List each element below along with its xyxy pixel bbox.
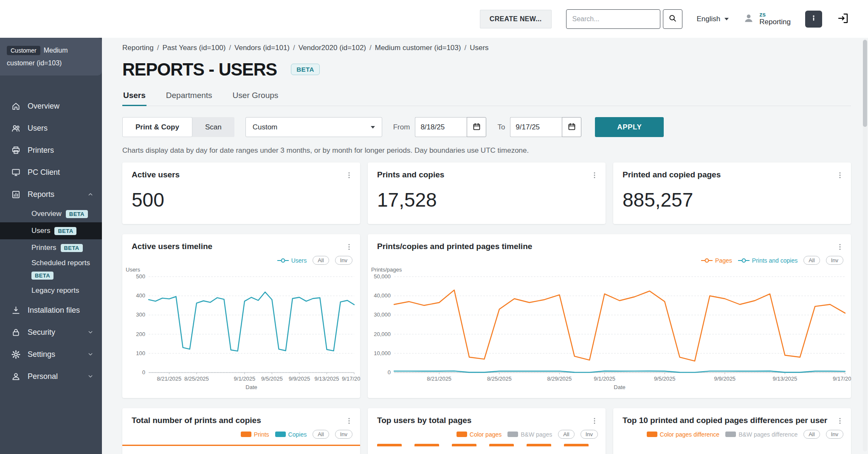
sidebar-item-users[interactable]: Users <box>0 117 102 139</box>
card-menu-button[interactable] <box>344 242 354 253</box>
sidebar-item-security[interactable]: Security <box>0 321 102 343</box>
top-users-card: Top users by total pages Color pages B&W… <box>368 408 606 454</box>
legend-bw-pages[interactable]: B&W pages <box>507 431 552 438</box>
stat-card-printed-pages: Printed and copied pages 885,257 <box>613 163 851 224</box>
legend-copies[interactable]: Copies <box>275 431 307 438</box>
search-icon <box>668 14 677 24</box>
breadcrumb-link[interactable]: Past Years (id=100) <box>162 44 225 52</box>
sidebar-subitem-legacy-reports[interactable]: Legacy reports <box>0 282 102 299</box>
card-menu-button[interactable] <box>835 170 845 182</box>
filter-pill-inv[interactable]: Inv <box>826 256 843 265</box>
card-menu-button[interactable] <box>344 170 354 182</box>
date-range-select[interactable]: Custom <box>245 117 382 137</box>
legend-pages[interactable]: Pages <box>701 257 732 264</box>
sidebar-item-pc-client[interactable]: PC Client <box>0 161 102 183</box>
scrollbar[interactable] <box>863 39 867 451</box>
legend-users[interactable]: Users <box>277 257 307 264</box>
chevron-up-icon <box>87 191 94 198</box>
breadcrumb-link[interactable]: Reporting <box>122 44 154 52</box>
filter-pill-inv[interactable]: Inv <box>335 256 352 265</box>
filter-pill-all[interactable]: All <box>803 430 820 439</box>
sidebar-item-settings[interactable]: Settings <box>0 343 102 365</box>
svg-text:0: 0 <box>388 369 391 376</box>
sidebar-item-personal[interactable]: Personal <box>0 365 102 387</box>
card-title: Active users timeline <box>132 242 212 251</box>
apply-button[interactable]: APPLY <box>595 117 664 137</box>
tab-user-groups[interactable]: User Groups <box>232 91 279 106</box>
top-header: CREATE NEW... English zs <box>0 0 868 38</box>
filter-pill-inv[interactable]: Inv <box>826 430 843 439</box>
sidebar-item-printers[interactable]: Printers <box>0 139 102 161</box>
from-date-input[interactable] <box>415 117 467 137</box>
legend-color-pages-difference[interactable]: Color pages difference <box>647 431 720 438</box>
total-prints-copies-card: Total number of prints and copies Prints… <box>122 408 360 454</box>
card-menu-button[interactable] <box>835 242 845 253</box>
legend-label: Pages <box>715 257 732 264</box>
account-menu[interactable]: zs Reporting <box>743 11 791 27</box>
sidebar-subitem-users[interactable]: Users BETA <box>0 222 102 239</box>
legend-bw-pages-difference[interactable]: B&W pages difference <box>725 431 798 438</box>
sidebar-item-reports[interactable]: Reports <box>0 183 102 205</box>
breadcrumb-link[interactable]: Medium customer (id=103) <box>375 44 461 52</box>
scrollbar-thumb[interactable] <box>863 40 867 127</box>
sidebar-item-overview[interactable]: Overview <box>0 95 102 117</box>
sidebar-subitem-printers[interactable]: Printers BETA <box>0 239 102 256</box>
sidebar-subitem-overview[interactable]: Overview BETA <box>0 205 102 222</box>
svg-text:9/17/2025: 9/17/2025 <box>342 376 360 382</box>
legend-prints-and-copies[interactable]: Prints and copies <box>738 257 798 264</box>
stat-value: 17,528 <box>368 182 606 211</box>
to-calendar-button[interactable] <box>562 117 581 137</box>
to-date-input[interactable] <box>510 117 562 137</box>
lock-icon <box>11 328 21 337</box>
sidebar-item-label: Overview <box>28 102 59 111</box>
beta-badge: BETA <box>61 244 83 252</box>
filter-toolbar: Print & Copy Scan Custom From <box>122 117 851 137</box>
filter-pill-all[interactable]: All <box>313 256 329 265</box>
search-input[interactable] <box>566 9 660 29</box>
from-calendar-button[interactable] <box>467 117 486 137</box>
chevron-down-icon <box>87 373 94 380</box>
chart-legend: Pages Prints and copies All Inv <box>368 253 851 265</box>
card-menu-button[interactable] <box>589 416 600 427</box>
sidebar-item-label: Personal <box>28 372 58 381</box>
legend-color-pages[interactable]: Color pages <box>457 431 502 438</box>
chart-legend: Prints Copies All Inv <box>122 427 360 439</box>
card-menu-button[interactable] <box>344 416 354 427</box>
filter-pill-all[interactable]: All <box>313 430 329 439</box>
prints-pages-chart: Prints/pages010,00020,00030,00040,00050,… <box>368 266 851 391</box>
sidebar-subitem-scheduled-reports[interactable]: Scheduled reports BETA <box>0 256 102 282</box>
account-tenant: zs <box>759 11 791 18</box>
breadcrumb-link[interactable]: Vendor2020 (id=102) <box>299 44 366 52</box>
printer-icon <box>11 146 21 155</box>
language-select[interactable]: English <box>697 15 729 23</box>
legend-swatch <box>241 432 251 437</box>
sidebar-item-label: Users <box>28 124 48 133</box>
svg-text:Prints/pages: Prints/pages <box>371 266 402 273</box>
chart-legend: Users All Inv <box>122 253 360 265</box>
tab-departments[interactable]: Departments <box>165 91 213 106</box>
legend-prints[interactable]: Prints <box>241 431 269 438</box>
sidebar-item-label: PC Client <box>28 168 60 177</box>
card-menu-button[interactable] <box>835 416 845 427</box>
prints-pages-timeline-card: Prints/copies and printed pages timeline… <box>368 234 851 398</box>
segment-scan[interactable]: Scan <box>192 117 234 137</box>
filter-pill-all[interactable]: All <box>803 256 820 265</box>
sidebar-item-label: Installation files <box>28 306 80 315</box>
card-menu-button[interactable] <box>589 170 600 182</box>
tab-users[interactable]: Users <box>122 91 147 106</box>
search-button[interactable] <box>663 9 682 29</box>
filter-pill-inv[interactable]: Inv <box>581 430 598 439</box>
create-new-button[interactable]: CREATE NEW... <box>480 10 552 28</box>
segment-print-copy[interactable]: Print & Copy <box>122 117 192 137</box>
info-button[interactable] <box>805 11 822 28</box>
svg-text:50,000: 50,000 <box>374 273 391 280</box>
breadcrumb-link[interactable]: Vendors (id=101) <box>234 44 290 52</box>
reports-subnav: Overview BETA Users BETA Printers BETA S… <box>0 205 102 299</box>
sidebar-item-installation-files[interactable]: Installation files <box>0 299 102 321</box>
svg-text:8/25/2025: 8/25/2025 <box>184 376 209 382</box>
filter-pill-all[interactable]: All <box>558 430 574 439</box>
logout-button[interactable] <box>837 12 849 26</box>
user-avatar-icon <box>743 13 754 25</box>
top10-differences-card: Top 10 printed and copied pages differen… <box>613 408 851 454</box>
filter-pill-inv[interactable]: Inv <box>335 430 352 439</box>
